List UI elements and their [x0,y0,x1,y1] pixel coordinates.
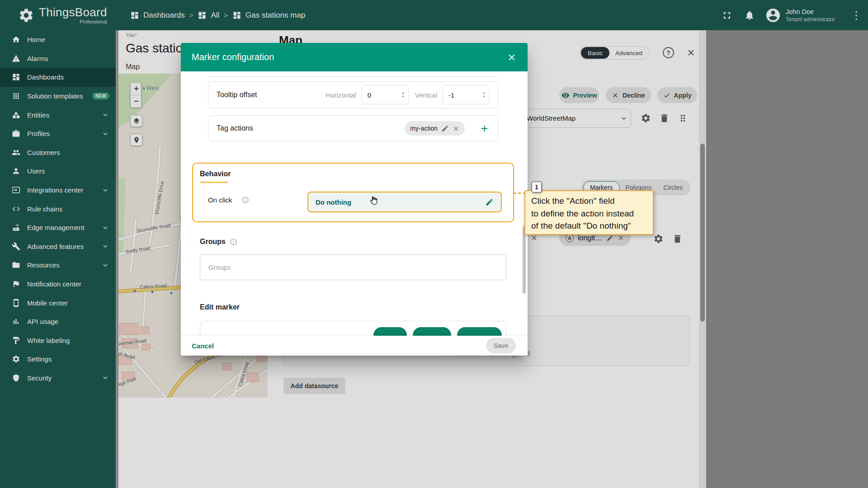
edit-pencil-icon[interactable] [441,125,449,132]
annotation-text: of the default "Do nothing" [531,220,647,232]
annotation-text: Click the "Action" field [531,195,647,207]
edit-pencil-icon[interactable] [485,198,494,206]
close-icon[interactable] [453,125,459,132]
annotation-connector-line [514,192,526,194]
on-click-action-field[interactable]: Do nothing [307,192,502,212]
vertical-label: Vertical [415,91,437,99]
on-click-label: On click [208,196,232,204]
scrolled-field-edge [208,76,498,77]
stepper-arrows[interactable]: ▲▼ [398,91,408,99]
tag-actions-row: Tag actions my-action [208,115,498,141]
groups-heading: Groups [200,238,226,246]
groups-input[interactable] [200,254,506,280]
dialog-title: Marker configuration [192,52,507,62]
tooltip-offset-row: Tooltip offset Horizontal 0 ▲▼ Vertical … [208,81,498,108]
edit-marker-heading: Edit marker [200,303,240,311]
dialog-header: Marker configuration [181,43,528,71]
info-icon [230,238,237,246]
horizontal-offset-input[interactable]: 0 ▲▼ [362,85,409,104]
annotation-text: to define the action instead [531,207,647,220]
tag-action-chip[interactable]: my-action [405,121,465,136]
horizontal-label: Horizontal [326,91,356,99]
cancel-button[interactable]: Cancel [192,342,214,350]
tooltip-offset-label: Tooltip offset [217,91,326,99]
vertical-offset-value: -1 [443,91,479,99]
hand-cursor-icon [368,196,379,206]
tag-actions-label: Tag actions [217,124,405,132]
tag-action-name: my-action [410,125,438,132]
annotation-step-badge: 1 [532,182,542,192]
behavior-heading: Behavior [200,170,231,178]
dialog-footer: Cancel Save [181,336,528,356]
info-icon [241,196,249,204]
horizontal-offset-value: 0 [362,91,398,99]
vertical-offset-input[interactable]: -1 ▲▼ [443,85,490,104]
thingsboard-app: ThingsBoard Professional Dashboards > Al… [0,0,868,488]
save-button[interactable]: Save [486,338,516,353]
dialog-close-icon[interactable] [507,52,517,62]
stepper-arrows[interactable]: ▲▼ [479,91,489,99]
on-click-action-value: Do nothing [316,198,485,206]
add-action-plus-icon[interactable] [479,123,490,134]
marker-configuration-dialog: Marker configuration Tooltip offset Hori… [181,43,528,356]
behavior-underline-marker [200,182,228,183]
dialog-scrollbar-thumb[interactable] [523,226,526,294]
annotation-tooltip: Click the "Action" field to define the a… [524,190,654,235]
